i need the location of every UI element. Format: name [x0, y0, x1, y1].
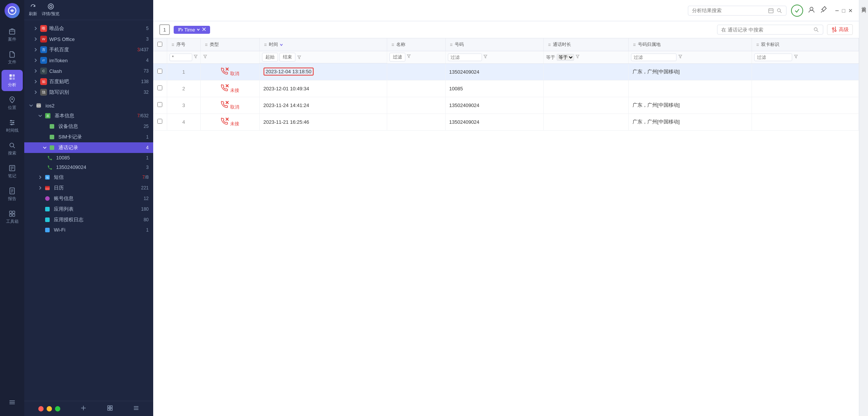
sidebar-item-case[interactable]: 案件: [2, 24, 23, 46]
row-checkbox[interactable]: [157, 119, 162, 124]
filter-location-col: [629, 51, 752, 64]
tree-item-sim[interactable]: SIM卡记录 1: [24, 132, 153, 142]
filter-sim-input[interactable]: [754, 54, 792, 61]
sidebar-item-search[interactable]: 搜索: [2, 138, 23, 159]
sort-icon: [177, 27, 183, 32]
filter-sim-icon[interactable]: [794, 54, 798, 59]
window-close[interactable]: ✕: [848, 8, 853, 14]
table-body: 1 取消2023-12-04 13:18:5013502409024广东，广州[…: [153, 63, 859, 130]
advanced-search-button[interactable]: 高级: [827, 24, 853, 35]
filter-location-icon[interactable]: [678, 54, 683, 59]
call-log-search-box[interactable]: [717, 25, 823, 35]
time-sort-tag[interactable]: Time: [174, 26, 210, 34]
window-maximize[interactable]: □: [842, 8, 845, 14]
sidebar-item-notes[interactable]: 笔记: [2, 161, 23, 182]
table-row[interactable]: 4 未接2023-11-21 16:25:4613502409024广东，广州[…: [153, 113, 859, 130]
sidebar-menu-icon[interactable]: [5, 395, 20, 410]
tree-item-weipin[interactable]: 唯 唯品会 5: [24, 23, 153, 34]
list-icon[interactable]: [133, 405, 139, 412]
settings-strip[interactable]: 设置列: [859, 0, 868, 416]
col-checkbox[interactable]: [153, 38, 167, 51]
filter-name-icon[interactable]: [407, 54, 411, 58]
tree-item-call-log[interactable]: 通话记录 4: [24, 142, 153, 153]
filter-name-btn[interactable]: 过滤: [389, 53, 405, 61]
sidebar-item-report[interactable]: 报告: [2, 184, 23, 205]
advanced-icon: [831, 27, 837, 33]
close-button[interactable]: [38, 406, 44, 411]
tree-item-imtoken[interactable]: iT imToken 4: [24, 55, 153, 66]
tree-item-phone-10085[interactable]: 10085 1: [24, 153, 153, 162]
user-icon[interactable]: [808, 6, 815, 15]
page-badge: 1: [159, 24, 170, 35]
filter-end-btn[interactable]: 结束: [279, 53, 295, 61]
tree-item-basic-info[interactable]: 基 基本信息 7/632: [24, 110, 153, 121]
filter-duration-operator[interactable]: 等于 大于 小于: [557, 54, 574, 61]
data-table-container: 序号 类型 时间: [153, 38, 859, 416]
table-toolbar: 1 Time: [153, 21, 859, 38]
tree-item-phone-13502[interactable]: 13502409024 3: [24, 162, 153, 172]
detail-preview-button[interactable]: 详情/预览: [42, 3, 60, 17]
row-checkbox[interactable]: [157, 69, 162, 74]
filter-seq-input[interactable]: [170, 54, 192, 61]
tree-item-wifi[interactable]: Wi-Fi 1: [24, 225, 153, 235]
filter-type-icon[interactable]: [203, 54, 207, 59]
settings-strip-label[interactable]: 设置列: [860, 3, 867, 5]
sidebar-item-location[interactable]: 位置: [2, 93, 23, 114]
select-all-checkbox[interactable]: [157, 42, 162, 47]
filter-location-input[interactable]: [631, 54, 677, 61]
svg-line-71: [817, 30, 818, 32]
table-row[interactable]: 1 取消2023-12-04 13:18:5013502409024广东，广州[…: [153, 63, 859, 80]
row-duration: [544, 97, 629, 113]
global-search-box[interactable]: [688, 6, 786, 16]
tree-item-app-auth[interactable]: 应用授权日志 80: [24, 214, 153, 225]
table-row[interactable]: 3 取消2023-11-24 14:41:2413502409024广东，广州[…: [153, 97, 859, 113]
table-row[interactable]: 2 未接2023-12-01 10:49:3410085: [153, 80, 859, 97]
sidebar-item-analysis[interactable]: 分析: [2, 70, 23, 91]
row-seq: 2: [167, 80, 201, 97]
call-missed-icon: [220, 84, 229, 92]
split-icon[interactable]: [80, 405, 86, 412]
sidebar-item-file[interactable]: 文件: [2, 47, 23, 68]
tree-item-app-list[interactable]: 应用列表 180: [24, 204, 153, 214]
filter-time-icon[interactable]: [297, 55, 301, 60]
filter-start-btn[interactable]: 起始: [262, 53, 278, 61]
call-log-search-input[interactable]: [721, 27, 811, 33]
sidebar: 案件 文件 分析 位置 时间线 搜索 笔记 报告: [0, 0, 24, 416]
tree-item-device-info[interactable]: 设备信息 25: [24, 121, 153, 132]
row-checkbox[interactable]: [157, 85, 162, 90]
remove-sort-button[interactable]: [202, 27, 206, 33]
grid-icon[interactable]: [107, 405, 113, 412]
filter-duration-icon[interactable]: [575, 54, 580, 59]
col-location: 号码归属地: [629, 38, 752, 51]
maximize-button[interactable]: [55, 406, 60, 411]
tree-item-ios2[interactable]: iOS ios2: [24, 101, 153, 110]
refresh-button[interactable]: 刷新: [29, 3, 37, 17]
calendar-icon[interactable]: [768, 8, 774, 14]
filter-seq-icon[interactable]: [193, 54, 198, 59]
filter-number-input[interactable]: [448, 54, 482, 61]
col-time[interactable]: 时间: [259, 38, 387, 51]
tree-item-clash[interactable]: C Clash 73: [24, 66, 153, 76]
tree-item-wps[interactable]: W WPS Office 3: [24, 34, 153, 44]
tree-item-sms[interactable]: 短 短信 7/8: [24, 172, 153, 183]
tree-item-calendar[interactable]: 日历 221: [24, 183, 153, 193]
global-search-input[interactable]: [692, 8, 766, 13]
minimize-button[interactable]: [47, 406, 52, 411]
row-sim: [752, 80, 859, 97]
svg-text:基: 基: [46, 114, 49, 118]
tree-item-steganography[interactable]: 隐 隐写识别 32: [24, 87, 153, 98]
window-minimize[interactable]: −: [835, 7, 839, 14]
tree-item-account[interactable]: 账号信息 12: [24, 193, 153, 204]
search-icon-global[interactable]: [776, 8, 782, 14]
pin-icon[interactable]: [820, 6, 827, 15]
tree-item-baidu[interactable]: 百 手机百度 3/437: [24, 44, 153, 55]
row-location: 广东，广州[中国移动]: [629, 97, 752, 113]
row-checkbox[interactable]: [157, 102, 162, 107]
svg-point-63: [810, 7, 813, 10]
svg-rect-39: [50, 145, 54, 150]
sidebar-item-tools[interactable]: 工具箱: [2, 206, 23, 228]
duration-sort-icon: [548, 43, 551, 47]
tree-item-tieba[interactable]: 贴 百度贴吧 138: [24, 76, 153, 87]
sidebar-item-timeline[interactable]: 时间线: [2, 115, 23, 137]
filter-number-icon[interactable]: [483, 54, 488, 59]
